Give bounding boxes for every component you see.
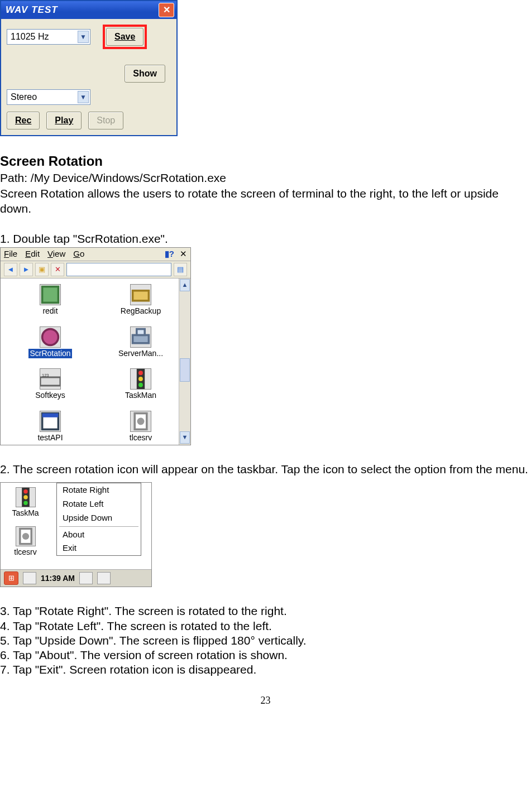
delete-button[interactable]: ✕ bbox=[51, 263, 64, 276]
svg-point-2 bbox=[42, 329, 59, 345]
taskbar-icon-1[interactable] bbox=[23, 572, 36, 584]
help-icon[interactable]: ▮? bbox=[165, 249, 174, 260]
server-icon bbox=[130, 326, 151, 348]
chevron-down-icon: ▼ bbox=[78, 91, 89, 103]
mode-row: Stereo ▼ bbox=[7, 89, 171, 105]
wavtest-button-row: Rec Play Stop bbox=[7, 112, 171, 129]
svg-rect-0 bbox=[42, 287, 59, 303]
svg-point-10 bbox=[138, 383, 143, 387]
svg-point-20 bbox=[22, 533, 28, 540]
play-button[interactable]: Play bbox=[46, 112, 82, 129]
rotation-icon bbox=[40, 326, 61, 348]
svg-rect-1 bbox=[133, 291, 149, 301]
svg-point-8 bbox=[138, 371, 143, 375]
wavtest-window: WAV TEST ✕ 11025 Hz ▼ Save Show Stereo bbox=[0, 0, 178, 136]
svg-rect-3 bbox=[133, 335, 149, 343]
icon-taskman[interactable]: TaskMan bbox=[95, 368, 186, 401]
menu-file[interactable]: FFileile bbox=[4, 249, 17, 260]
menu-upside-down[interactable]: Upside Down bbox=[57, 511, 141, 525]
forward-button[interactable]: ► bbox=[20, 263, 33, 276]
rotation-context-menu: Rotate Right Rotate Left Upside Down Abo… bbox=[56, 483, 141, 556]
icon-taskma[interactable]: TaskMa bbox=[2, 487, 49, 518]
icon-serverman[interactable]: ServerMan... bbox=[95, 326, 186, 359]
window-icon bbox=[40, 411, 61, 432]
menu-edit[interactable]: Edit bbox=[25, 249, 40, 260]
folder-up-icon: ▣ bbox=[39, 265, 45, 274]
wavtest-title: WAV TEST bbox=[6, 4, 58, 16]
svg-point-17 bbox=[23, 496, 27, 499]
icon-tlcesrv[interactable]: tlcesrv bbox=[95, 411, 186, 443]
explorer-window: FFileile Edit View Go ▮? ✕ ◄ ► ▣ ✕ ▤ ▲ ▼ bbox=[0, 247, 191, 445]
step2-text: 2. The screen rotation icon will appear … bbox=[0, 462, 531, 477]
scrollbar[interactable]: ▲ ▼ bbox=[179, 278, 190, 445]
keyboard-icon: 123 bbox=[40, 368, 61, 390]
explorer-toolbar: ◄ ► ▣ ✕ ▤ bbox=[1, 261, 190, 278]
menu-rotate-right[interactable]: Rotate Right bbox=[57, 483, 141, 497]
x-icon: ✕ bbox=[55, 265, 61, 274]
taskbar-clock: 11:39 AM bbox=[41, 574, 75, 584]
taskbar-icon-3[interactable] bbox=[97, 572, 111, 584]
arrow-left-icon: ◄ bbox=[7, 265, 15, 274]
regedit-icon bbox=[40, 284, 61, 305]
address-bar[interactable] bbox=[66, 263, 171, 276]
save-highlight-frame: Save bbox=[103, 25, 147, 49]
freq-row: 11025 Hz ▼ Save bbox=[7, 25, 171, 49]
step7-text: 7. Tap "Exit". Screen rotation icon is d… bbox=[0, 662, 531, 677]
svg-point-16 bbox=[23, 489, 27, 493]
taskbar: ⊞ 11:39 AM bbox=[1, 569, 151, 587]
explorer-menus: FFileile Edit View Go bbox=[4, 249, 84, 260]
icon-tlcesrv-2[interactable]: tlcesrv bbox=[2, 526, 49, 558]
start-icon: ⊞ bbox=[8, 574, 15, 583]
menu-exit[interactable]: Exit bbox=[57, 541, 141, 555]
path-text: Path: /My Device/Windows/ScrRotation.exe bbox=[0, 171, 531, 185]
menu-rotate-left[interactable]: Rotate Left bbox=[57, 497, 141, 511]
menubar-right: ▮? ✕ bbox=[165, 249, 187, 260]
taskmenu-screenshot: TaskMa tlcesrv Rotate Right Rotate Left … bbox=[0, 482, 152, 587]
svg-rect-5 bbox=[40, 377, 60, 386]
frequency-value: 11025 Hz bbox=[11, 31, 49, 42]
back-button[interactable]: ◄ bbox=[4, 263, 17, 276]
step4-text: 4. Tap "Rotate Left". The screen is rota… bbox=[0, 619, 531, 633]
show-row: Show bbox=[7, 65, 171, 83]
menu-separator bbox=[59, 526, 138, 527]
menu-view[interactable]: View bbox=[47, 249, 65, 260]
mode-dropdown[interactable]: Stereo ▼ bbox=[7, 89, 90, 105]
page-number: 23 bbox=[0, 694, 531, 707]
menu-about[interactable]: About bbox=[57, 528, 141, 542]
icon-redit[interactable]: redit bbox=[5, 284, 95, 316]
svg-point-18 bbox=[23, 501, 27, 505]
svg-point-14 bbox=[137, 417, 145, 425]
explorer-menubar: FFileile Edit View Go ▮? ✕ bbox=[1, 248, 190, 261]
scroll-up-icon[interactable]: ▲ bbox=[180, 279, 190, 291]
trafficlight-icon bbox=[16, 487, 36, 507]
scroll-thumb[interactable] bbox=[180, 358, 190, 382]
rec-button[interactable]: Rec bbox=[7, 112, 40, 129]
icon-scrrotation[interactable]: ScrRotation bbox=[5, 326, 95, 359]
steps-block: 3. Tap "Rotate Right". The screen is rot… bbox=[0, 604, 531, 677]
gear-file-icon bbox=[16, 526, 36, 546]
step1-text: 1. Double tap "ScrRotation.exe". bbox=[0, 232, 531, 246]
chevron-down-icon: ▼ bbox=[78, 31, 89, 43]
svg-rect-4 bbox=[137, 329, 145, 335]
scroll-down-icon[interactable]: ▼ bbox=[180, 431, 190, 444]
icon-testapi[interactable]: testAPI bbox=[5, 411, 95, 443]
taskmenu-left-icons: TaskMa tlcesrv bbox=[1, 483, 50, 569]
save-button[interactable]: Save bbox=[106, 28, 143, 46]
close-button[interactable]: ✕ bbox=[159, 3, 174, 17]
svg-point-9 bbox=[138, 377, 143, 381]
close-icon[interactable]: ✕ bbox=[180, 249, 187, 260]
icon-regbackup[interactable]: RegBackup bbox=[95, 284, 186, 316]
icon-grid: redit RegBackup ScrRotation ServerMan...… bbox=[5, 284, 186, 443]
icon-softkeys[interactable]: 123 Softkeys bbox=[5, 368, 95, 401]
up-button[interactable]: ▣ bbox=[35, 263, 49, 276]
show-button[interactable]: Show bbox=[125, 65, 165, 83]
taskbar-icon-2[interactable] bbox=[79, 572, 93, 584]
gear-file-icon bbox=[130, 411, 151, 432]
menu-go[interactable]: Go bbox=[73, 249, 84, 260]
wavtest-body: 11025 Hz ▼ Save Show Stereo ▼ Rec Play S… bbox=[1, 19, 176, 135]
stop-button[interactable]: Stop bbox=[88, 112, 123, 129]
frequency-dropdown[interactable]: 11025 Hz ▼ bbox=[7, 29, 90, 45]
view-mode-button[interactable]: ▤ bbox=[174, 263, 187, 276]
start-button[interactable]: ⊞ bbox=[4, 571, 18, 585]
step3-text: 3. Tap "Rotate Right". The screen is rot… bbox=[0, 604, 531, 618]
